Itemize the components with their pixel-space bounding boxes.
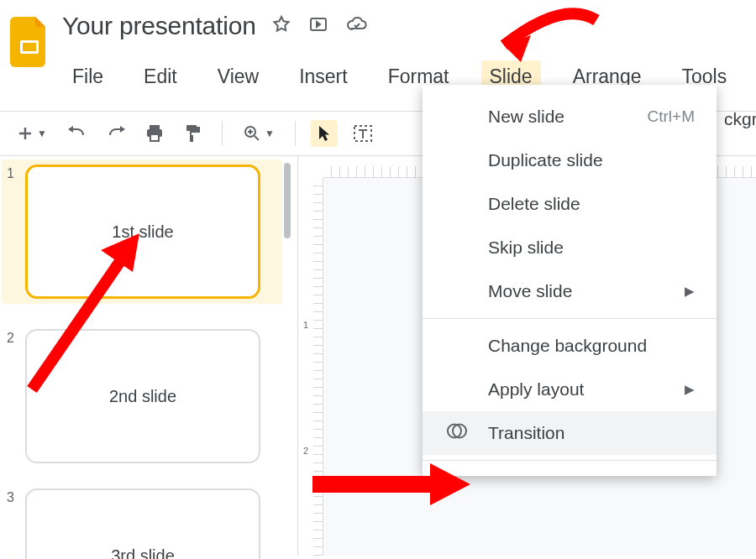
move-icon[interactable] xyxy=(308,14,328,38)
ruler-label: 2 xyxy=(303,446,308,456)
slide-menu-dropdown: New slide Ctrl+M Duplicate slide Delete … xyxy=(423,85,717,476)
ruler-label: 1 xyxy=(303,320,308,330)
menu-label: New slide xyxy=(488,107,564,127)
chevron-down-icon: ▼ xyxy=(37,128,47,139)
redo-button[interactable] xyxy=(102,120,129,147)
svg-rect-1 xyxy=(23,43,36,51)
submenu-arrow-icon: ▶ xyxy=(685,382,695,397)
print-button[interactable] xyxy=(141,120,168,147)
scrollbar-thumb[interactable] xyxy=(284,163,291,238)
paint-format-button[interactable] xyxy=(180,120,207,147)
menu-apply-layout[interactable]: Apply layout ▶ xyxy=(423,368,717,411)
menu-insert[interactable]: Insert xyxy=(291,60,356,100)
menu-duplicate-slide[interactable]: Duplicate slide xyxy=(423,138,717,182)
app-logo-icon[interactable] xyxy=(10,13,50,71)
menu-label: Delete slide xyxy=(488,194,580,214)
svg-rect-5 xyxy=(150,134,159,141)
menu-label: Apply layout xyxy=(488,379,584,400)
menu-move-slide[interactable]: Move slide ▶ xyxy=(423,269,717,313)
separator xyxy=(295,121,296,146)
menu-separator xyxy=(423,460,717,461)
menu-delete-slide[interactable]: Delete slide xyxy=(423,182,717,226)
menu-label: Duplicate slide xyxy=(488,150,603,170)
star-icon[interactable] xyxy=(271,14,291,38)
sidebar-scrollbar[interactable] xyxy=(277,156,297,556)
chevron-down-icon: ▼ xyxy=(265,128,275,139)
separator xyxy=(222,121,223,146)
svg-marker-15 xyxy=(430,463,470,505)
menu-view[interactable]: View xyxy=(209,60,267,100)
menu-label: Change background xyxy=(488,336,647,356)
svg-rect-6 xyxy=(186,125,197,131)
background-button-partial[interactable]: ckgro xyxy=(724,109,756,129)
slide-thumbnail[interactable]: 3rd slide xyxy=(25,488,260,559)
svg-line-12 xyxy=(32,255,124,389)
svg-rect-3 xyxy=(150,125,160,129)
menu-edit[interactable]: Edit xyxy=(135,60,186,100)
annotation-arrow-icon xyxy=(470,3,605,79)
menu-label: Transition xyxy=(488,423,564,443)
document-title[interactable]: Your presentation xyxy=(62,12,256,40)
menu-separator xyxy=(423,318,717,319)
text-box-button[interactable] xyxy=(349,120,376,147)
submenu-arrow-icon: ▶ xyxy=(685,284,695,299)
slide-number: 3 xyxy=(7,490,18,505)
menu-file[interactable]: File xyxy=(64,60,112,100)
new-slide-button[interactable]: ▼ xyxy=(12,120,52,147)
zoom-button[interactable]: ▼ xyxy=(238,120,280,147)
annotation-arrow-icon xyxy=(15,222,166,398)
annotation-arrow-icon xyxy=(312,463,472,505)
menu-transition[interactable]: Transition xyxy=(423,411,717,455)
slide-number: 1 xyxy=(7,166,18,181)
transition-icon xyxy=(446,421,468,447)
svg-rect-14 xyxy=(312,476,430,493)
menu-label: Skip slide xyxy=(488,238,564,258)
select-tool-button[interactable] xyxy=(311,120,338,147)
menu-skip-slide[interactable]: Skip slide xyxy=(423,226,717,269)
undo-button[interactable] xyxy=(64,120,91,147)
menu-change-background[interactable]: Change background xyxy=(423,324,717,368)
cloud-saved-icon[interactable] xyxy=(345,14,369,38)
menu-new-slide[interactable]: New slide Ctrl+M xyxy=(423,95,717,138)
menu-shortcut: Ctrl+M xyxy=(648,107,695,126)
menu-label: Move slide xyxy=(488,281,572,301)
